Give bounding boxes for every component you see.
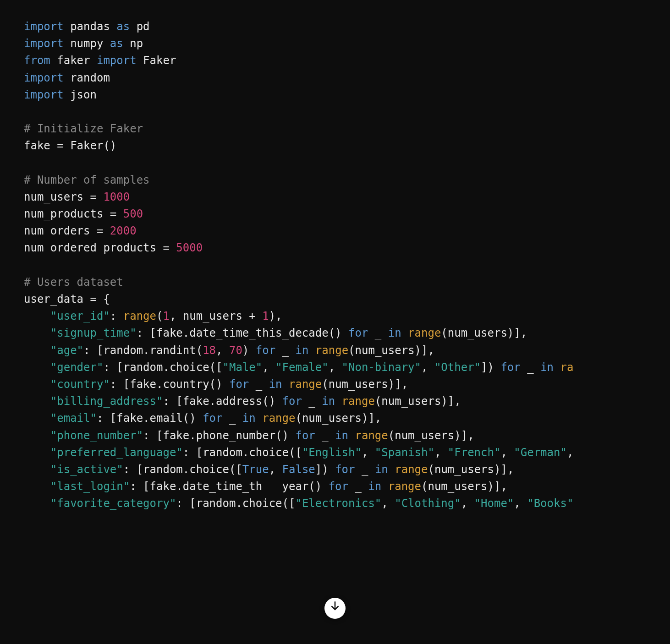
code-token: "billing_address" — [50, 395, 163, 408]
code-token: pd — [130, 20, 149, 33]
code-token: import — [24, 37, 64, 50]
code-line: "billing_address": [fake.address() for _… — [24, 393, 646, 410]
code-token: faker — [50, 54, 97, 67]
code-token: num_users = — [24, 191, 103, 203]
code-token — [554, 361, 560, 374]
code-token: "Spanish" — [375, 446, 434, 459]
code-token: , — [567, 446, 573, 459]
code-token: : [random.randint( — [83, 344, 203, 357]
code-line: "country": [fake.country() for _ in rang… — [24, 376, 646, 393]
code-token: range — [388, 480, 421, 493]
code-token: , — [362, 446, 375, 459]
code-token: "French" — [448, 446, 501, 459]
code-token: in — [322, 395, 335, 408]
code-token: : [random.choice([ — [183, 446, 302, 459]
code-token: _ — [275, 344, 295, 357]
code-token: import — [24, 20, 64, 33]
code-line: from faker import Faker — [24, 52, 646, 69]
code-token: in — [540, 361, 554, 374]
code-token — [24, 378, 50, 391]
python-code-block[interactable]: import pandas as pdimport numpy as npfro… — [0, 13, 670, 526]
code-token: _ — [249, 378, 269, 391]
code-token — [24, 344, 50, 357]
code-token: "country" — [50, 378, 110, 391]
code-token: (num_users)], — [348, 344, 434, 357]
code-line — [24, 104, 646, 120]
code-token: , — [514, 497, 527, 510]
code-token: range — [395, 463, 428, 476]
code-token: "is_active" — [50, 463, 123, 476]
code-token: in — [269, 378, 282, 391]
code-token: : [random.choice([ — [103, 361, 222, 374]
code-token: "email" — [50, 412, 97, 425]
code-line: import pandas as pd — [24, 18, 646, 35]
code-token — [388, 463, 395, 476]
code-line: "last_login": [fake.date_time_th year() … — [24, 478, 646, 495]
code-token: fake = Faker() — [24, 139, 116, 152]
code-token: _ — [315, 429, 335, 442]
code-token: numpy — [64, 37, 110, 50]
code-token: import — [24, 88, 64, 101]
code-token — [24, 497, 50, 510]
code-line: "signup_time": [fake.date_time_this_deca… — [24, 325, 646, 342]
code-token — [24, 446, 50, 459]
code-token: json — [64, 88, 97, 101]
code-token: _ — [223, 412, 242, 425]
code-line: "preferred_language": [random.choice(["E… — [24, 444, 646, 461]
code-line — [24, 155, 646, 172]
code-token: : [random.choice([ — [123, 463, 242, 476]
code-line: user_data = { — [24, 291, 646, 308]
code-token: 1 — [262, 310, 269, 322]
code-token: import — [24, 71, 64, 84]
code-token: : [fake.address() — [163, 395, 282, 408]
code-token — [282, 378, 289, 391]
code-token: "preferred_language" — [50, 446, 183, 459]
code-token: "favorite_category" — [50, 497, 176, 510]
code-line: import numpy as np — [24, 35, 646, 52]
code-token — [348, 429, 355, 442]
code-token: , — [461, 497, 474, 510]
code-token — [256, 412, 262, 425]
code-line: "favorite_category": [random.choice(["El… — [24, 495, 646, 512]
code-token: for — [348, 327, 368, 339]
code-token — [24, 412, 50, 425]
code-token: (num_users)], — [322, 378, 408, 391]
code-token: in — [375, 463, 388, 476]
code-line: # Number of samples — [24, 172, 646, 189]
code-token: "Other" — [434, 361, 481, 374]
code-token: ra — [560, 361, 573, 374]
code-line: import random — [24, 70, 646, 87]
code-token: : [random.choice([ — [176, 497, 295, 510]
code-token: range — [289, 378, 322, 391]
code-token: , — [269, 463, 282, 476]
code-token: for — [229, 378, 249, 391]
code-token — [308, 344, 315, 357]
code-token: "Male" — [222, 361, 262, 374]
code-token: as — [110, 37, 123, 50]
code-token: in — [242, 412, 256, 425]
code-token — [24, 395, 50, 408]
code-token: num_products = — [24, 207, 123, 220]
code-token: from — [24, 54, 50, 67]
code-token: for — [335, 463, 355, 476]
code-line: "age": [random.randint(18, 70) for _ in … — [24, 342, 646, 359]
code-token: # Number of samples — [24, 174, 150, 186]
code-token: for — [329, 480, 348, 493]
code-token: pandas — [64, 20, 117, 33]
code-token: "Non-binary" — [342, 361, 421, 374]
code-line: num_orders = 2000 — [24, 223, 646, 240]
code-token: 1000 — [103, 191, 130, 203]
code-token — [381, 480, 388, 493]
code-token: "Clothing" — [395, 497, 461, 510]
code-token: "phone_number" — [50, 429, 143, 442]
code-token: ( — [156, 310, 163, 322]
code-token: ]) — [315, 463, 335, 476]
code-token: _ — [302, 395, 322, 408]
code-line: # Initialize Faker — [24, 120, 646, 137]
code-token: 2000 — [110, 224, 137, 237]
code-token — [401, 327, 408, 339]
code-token: range — [342, 395, 375, 408]
code-token: _ — [368, 327, 388, 339]
code-token: : [fake.country() — [110, 378, 229, 391]
code-token: False — [282, 463, 315, 476]
